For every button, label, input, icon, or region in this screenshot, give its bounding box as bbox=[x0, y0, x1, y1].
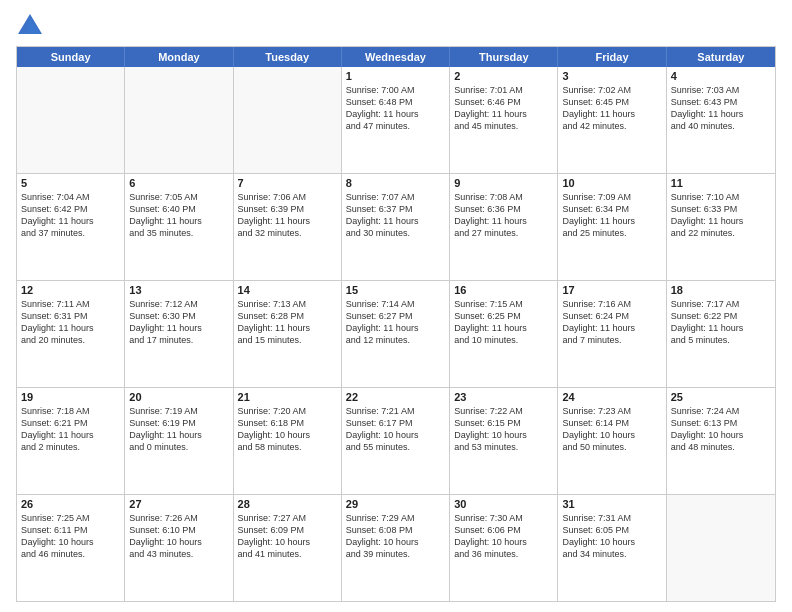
day-number: 5 bbox=[21, 177, 120, 189]
day-number: 23 bbox=[454, 391, 553, 403]
day-cell: 31Sunrise: 7:31 AM Sunset: 6:05 PM Dayli… bbox=[558, 495, 666, 601]
day-info: Sunrise: 7:00 AM Sunset: 6:48 PM Dayligh… bbox=[346, 84, 445, 133]
day-cell: 7Sunrise: 7:06 AM Sunset: 6:39 PM Daylig… bbox=[234, 174, 342, 280]
day-info: Sunrise: 7:18 AM Sunset: 6:21 PM Dayligh… bbox=[21, 405, 120, 454]
day-number: 2 bbox=[454, 70, 553, 82]
day-number: 22 bbox=[346, 391, 445, 403]
day-info: Sunrise: 7:06 AM Sunset: 6:39 PM Dayligh… bbox=[238, 191, 337, 240]
day-cell: 23Sunrise: 7:22 AM Sunset: 6:15 PM Dayli… bbox=[450, 388, 558, 494]
day-header: Tuesday bbox=[234, 47, 342, 67]
day-number: 11 bbox=[671, 177, 771, 189]
header bbox=[16, 12, 776, 40]
day-info: Sunrise: 7:31 AM Sunset: 6:05 PM Dayligh… bbox=[562, 512, 661, 561]
day-number: 14 bbox=[238, 284, 337, 296]
day-info: Sunrise: 7:11 AM Sunset: 6:31 PM Dayligh… bbox=[21, 298, 120, 347]
day-cell: 13Sunrise: 7:12 AM Sunset: 6:30 PM Dayli… bbox=[125, 281, 233, 387]
day-cell: 6Sunrise: 7:05 AM Sunset: 6:40 PM Daylig… bbox=[125, 174, 233, 280]
day-cell: 2Sunrise: 7:01 AM Sunset: 6:46 PM Daylig… bbox=[450, 67, 558, 173]
day-info: Sunrise: 7:15 AM Sunset: 6:25 PM Dayligh… bbox=[454, 298, 553, 347]
day-cell: 28Sunrise: 7:27 AM Sunset: 6:09 PM Dayli… bbox=[234, 495, 342, 601]
day-info: Sunrise: 7:07 AM Sunset: 6:37 PM Dayligh… bbox=[346, 191, 445, 240]
day-cell: 27Sunrise: 7:26 AM Sunset: 6:10 PM Dayli… bbox=[125, 495, 233, 601]
day-number: 21 bbox=[238, 391, 337, 403]
day-info: Sunrise: 7:20 AM Sunset: 6:18 PM Dayligh… bbox=[238, 405, 337, 454]
day-cell: 14Sunrise: 7:13 AM Sunset: 6:28 PM Dayli… bbox=[234, 281, 342, 387]
day-cell: 24Sunrise: 7:23 AM Sunset: 6:14 PM Dayli… bbox=[558, 388, 666, 494]
day-cell: 11Sunrise: 7:10 AM Sunset: 6:33 PM Dayli… bbox=[667, 174, 775, 280]
day-info: Sunrise: 7:10 AM Sunset: 6:33 PM Dayligh… bbox=[671, 191, 771, 240]
day-number: 15 bbox=[346, 284, 445, 296]
day-cell: 20Sunrise: 7:19 AM Sunset: 6:19 PM Dayli… bbox=[125, 388, 233, 494]
day-number: 13 bbox=[129, 284, 228, 296]
day-info: Sunrise: 7:23 AM Sunset: 6:14 PM Dayligh… bbox=[562, 405, 661, 454]
day-number: 9 bbox=[454, 177, 553, 189]
day-info: Sunrise: 7:01 AM Sunset: 6:46 PM Dayligh… bbox=[454, 84, 553, 133]
day-number: 28 bbox=[238, 498, 337, 510]
day-cell: 16Sunrise: 7:15 AM Sunset: 6:25 PM Dayli… bbox=[450, 281, 558, 387]
day-info: Sunrise: 7:14 AM Sunset: 6:27 PM Dayligh… bbox=[346, 298, 445, 347]
day-header: Thursday bbox=[450, 47, 558, 67]
day-number: 3 bbox=[562, 70, 661, 82]
day-number: 7 bbox=[238, 177, 337, 189]
day-header: Friday bbox=[558, 47, 666, 67]
day-info: Sunrise: 7:03 AM Sunset: 6:43 PM Dayligh… bbox=[671, 84, 771, 133]
day-number: 31 bbox=[562, 498, 661, 510]
day-number: 16 bbox=[454, 284, 553, 296]
day-cell: 26Sunrise: 7:25 AM Sunset: 6:11 PM Dayli… bbox=[17, 495, 125, 601]
calendar: SundayMondayTuesdayWednesdayThursdayFrid… bbox=[16, 46, 776, 602]
day-info: Sunrise: 7:05 AM Sunset: 6:40 PM Dayligh… bbox=[129, 191, 228, 240]
day-info: Sunrise: 7:08 AM Sunset: 6:36 PM Dayligh… bbox=[454, 191, 553, 240]
week-row: 1Sunrise: 7:00 AM Sunset: 6:48 PM Daylig… bbox=[17, 67, 775, 173]
day-number: 18 bbox=[671, 284, 771, 296]
day-number: 12 bbox=[21, 284, 120, 296]
day-info: Sunrise: 7:16 AM Sunset: 6:24 PM Dayligh… bbox=[562, 298, 661, 347]
day-cell: 17Sunrise: 7:16 AM Sunset: 6:24 PM Dayli… bbox=[558, 281, 666, 387]
day-header: Saturday bbox=[667, 47, 775, 67]
day-cell bbox=[17, 67, 125, 173]
day-cell: 1Sunrise: 7:00 AM Sunset: 6:48 PM Daylig… bbox=[342, 67, 450, 173]
day-header: Sunday bbox=[17, 47, 125, 67]
day-info: Sunrise: 7:30 AM Sunset: 6:06 PM Dayligh… bbox=[454, 512, 553, 561]
week-row: 19Sunrise: 7:18 AM Sunset: 6:21 PM Dayli… bbox=[17, 387, 775, 494]
day-number: 1 bbox=[346, 70, 445, 82]
day-number: 8 bbox=[346, 177, 445, 189]
day-cell: 12Sunrise: 7:11 AM Sunset: 6:31 PM Dayli… bbox=[17, 281, 125, 387]
day-info: Sunrise: 7:21 AM Sunset: 6:17 PM Dayligh… bbox=[346, 405, 445, 454]
day-headers: SundayMondayTuesdayWednesdayThursdayFrid… bbox=[17, 47, 775, 67]
day-info: Sunrise: 7:12 AM Sunset: 6:30 PM Dayligh… bbox=[129, 298, 228, 347]
day-cell: 18Sunrise: 7:17 AM Sunset: 6:22 PM Dayli… bbox=[667, 281, 775, 387]
week-row: 26Sunrise: 7:25 AM Sunset: 6:11 PM Dayli… bbox=[17, 494, 775, 601]
day-number: 4 bbox=[671, 70, 771, 82]
day-cell: 25Sunrise: 7:24 AM Sunset: 6:13 PM Dayli… bbox=[667, 388, 775, 494]
day-number: 24 bbox=[562, 391, 661, 403]
day-info: Sunrise: 7:22 AM Sunset: 6:15 PM Dayligh… bbox=[454, 405, 553, 454]
day-number: 17 bbox=[562, 284, 661, 296]
day-info: Sunrise: 7:17 AM Sunset: 6:22 PM Dayligh… bbox=[671, 298, 771, 347]
day-cell: 30Sunrise: 7:30 AM Sunset: 6:06 PM Dayli… bbox=[450, 495, 558, 601]
day-cell: 5Sunrise: 7:04 AM Sunset: 6:42 PM Daylig… bbox=[17, 174, 125, 280]
day-header: Monday bbox=[125, 47, 233, 67]
day-cell bbox=[667, 495, 775, 601]
day-number: 30 bbox=[454, 498, 553, 510]
day-cell: 10Sunrise: 7:09 AM Sunset: 6:34 PM Dayli… bbox=[558, 174, 666, 280]
week-row: 5Sunrise: 7:04 AM Sunset: 6:42 PM Daylig… bbox=[17, 173, 775, 280]
day-number: 29 bbox=[346, 498, 445, 510]
day-info: Sunrise: 7:04 AM Sunset: 6:42 PM Dayligh… bbox=[21, 191, 120, 240]
day-number: 19 bbox=[21, 391, 120, 403]
logo-icon bbox=[16, 12, 44, 40]
day-cell: 22Sunrise: 7:21 AM Sunset: 6:17 PM Dayli… bbox=[342, 388, 450, 494]
day-info: Sunrise: 7:29 AM Sunset: 6:08 PM Dayligh… bbox=[346, 512, 445, 561]
logo bbox=[16, 12, 48, 40]
day-cell bbox=[234, 67, 342, 173]
day-info: Sunrise: 7:02 AM Sunset: 6:45 PM Dayligh… bbox=[562, 84, 661, 133]
day-cell: 29Sunrise: 7:29 AM Sunset: 6:08 PM Dayli… bbox=[342, 495, 450, 601]
day-cell: 19Sunrise: 7:18 AM Sunset: 6:21 PM Dayli… bbox=[17, 388, 125, 494]
day-info: Sunrise: 7:09 AM Sunset: 6:34 PM Dayligh… bbox=[562, 191, 661, 240]
weeks: 1Sunrise: 7:00 AM Sunset: 6:48 PM Daylig… bbox=[17, 67, 775, 601]
day-number: 6 bbox=[129, 177, 228, 189]
day-info: Sunrise: 7:13 AM Sunset: 6:28 PM Dayligh… bbox=[238, 298, 337, 347]
day-cell bbox=[125, 67, 233, 173]
day-number: 20 bbox=[129, 391, 228, 403]
calendar-page: SundayMondayTuesdayWednesdayThursdayFrid… bbox=[0, 0, 792, 612]
day-cell: 8Sunrise: 7:07 AM Sunset: 6:37 PM Daylig… bbox=[342, 174, 450, 280]
